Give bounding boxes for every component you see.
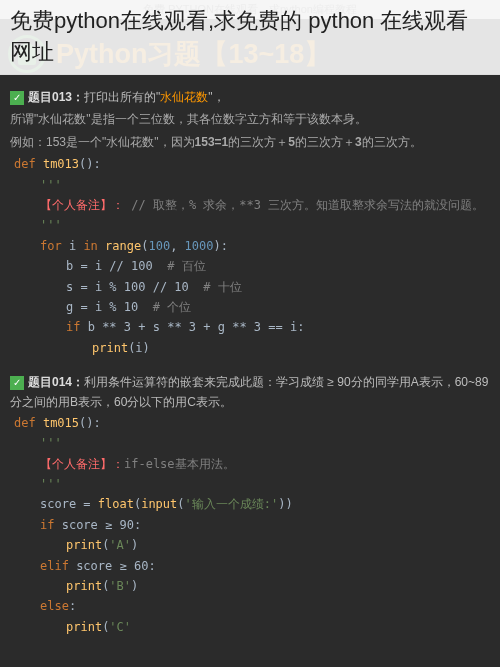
q014-label: 题目014： [28,375,84,389]
overlay-title: 免费python在线观看,求免费的 python 在线观看网址 [0,0,500,75]
code-014: def tm015(): ''' 【个人备注】：if-else基本用法。 '''… [10,413,490,637]
q013-desc1: 所谓"水仙花数"是指一个三位数，其各位数字立方和等于该数本身。 [10,109,490,129]
check-icon: ✓ [10,91,24,105]
main-content: Python习题【13~18】 ✓题目013：打印出所有的"水仙花数"， 所谓"… [0,19,500,651]
q013-highlight: 水仙花数 [160,90,208,104]
question-013: ✓题目013：打印出所有的"水仙花数"， 所谓"水仙花数"是指一个三位数，其各位… [0,87,500,372]
check-icon: ✓ [10,376,24,390]
q013-text2: "， [208,90,224,104]
code-013: def tm013(): ''' 【个人备注】： // 取整，% 求余，**3 … [10,154,490,358]
q013-desc2: 例如：153是一个"水仙花数"，因为153=1的三次方＋5的三次方＋3的三次方。 [10,132,490,152]
q013-label: 题目013： [28,90,84,104]
question-014: ✓题目014：利用条件运算符的嵌套来完成此题：学习成绩 ≥ 90分的同学用A表示… [0,372,500,651]
q013-text1: 打印出所有的" [84,90,160,104]
